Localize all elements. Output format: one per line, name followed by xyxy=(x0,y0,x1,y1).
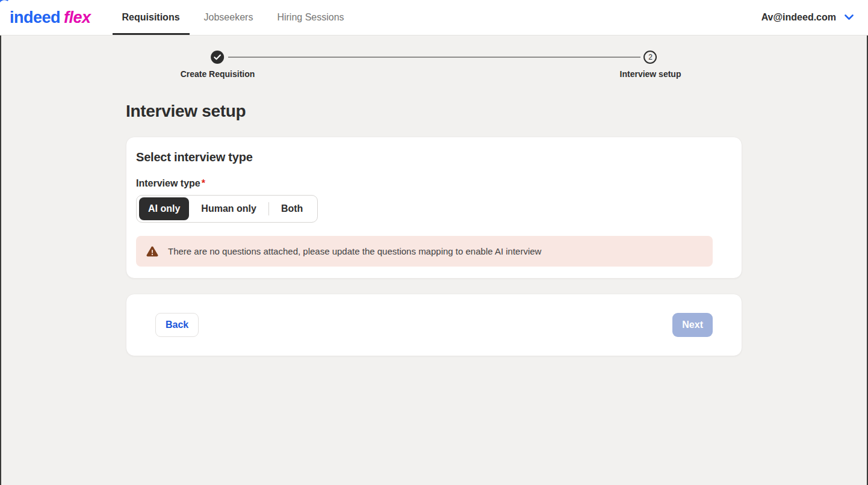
nav-item-jobseekers[interactable]: Jobseekers xyxy=(194,0,263,35)
nav-item-requisitions[interactable]: Requisitions xyxy=(113,0,190,35)
app-window: indeed flex Requisitions Jobseekers Hiri… xyxy=(0,0,868,485)
step-number: 2 xyxy=(648,53,653,61)
option-human-only[interactable]: Human only xyxy=(189,197,268,220)
interview-type-segmented-control: AI only Human only Both xyxy=(136,195,318,223)
top-nav-bar: indeed flex Requisitions Jobseekers Hiri… xyxy=(0,0,868,36)
card-heading: Select interview type xyxy=(136,150,732,164)
check-icon xyxy=(214,54,221,60)
back-button[interactable]: Back xyxy=(155,313,199,337)
option-both[interactable]: Both xyxy=(269,197,315,220)
required-asterisk: * xyxy=(202,178,205,188)
stepper-step-create-requisition[interactable]: Create Requisition xyxy=(181,51,255,79)
logo-arc-icon xyxy=(0,0,8,3)
logo-indeed-text: indeed xyxy=(10,8,60,27)
step-label: Create Requisition xyxy=(181,69,255,79)
interview-type-card: Select interview type Interview type* AI… xyxy=(126,137,742,279)
stepper-connector xyxy=(228,57,640,58)
indeed-flex-logo[interactable]: indeed flex xyxy=(10,0,91,35)
nav-item-hiring-sessions[interactable]: Hiring Sessions xyxy=(267,0,353,35)
main-content: Create Requisition 2 Interview setup Int… xyxy=(0,36,868,485)
logo-flex-text: flex xyxy=(64,8,91,27)
next-button[interactable]: Next xyxy=(672,313,713,337)
chevron-down-icon xyxy=(845,14,854,20)
warning-banner: There are no questions attached, please … xyxy=(136,236,713,267)
stepper: Create Requisition 2 Interview setup xyxy=(1,36,867,86)
step-number-circle: 2 xyxy=(643,51,657,64)
warning-message: There are no questions attached, please … xyxy=(168,246,541,256)
step-label: Interview setup xyxy=(620,69,681,79)
page-body: Interview setup Select interview type In… xyxy=(126,102,742,356)
main-nav: Requisitions Jobseekers Hiring Sessions xyxy=(113,0,761,35)
interview-type-label: Interview type* xyxy=(136,178,732,189)
step-completed-circle xyxy=(211,51,224,64)
stepper-step-interview-setup[interactable]: 2 Interview setup xyxy=(620,51,681,79)
account-menu[interactable]: Av@indeed.com xyxy=(761,0,854,35)
actions-card: Back Next xyxy=(126,294,742,356)
account-email: Av@indeed.com xyxy=(761,12,836,23)
page-title: Interview setup xyxy=(126,102,742,121)
option-ai-only[interactable]: AI only xyxy=(139,197,189,220)
warning-triangle-icon xyxy=(146,246,158,257)
